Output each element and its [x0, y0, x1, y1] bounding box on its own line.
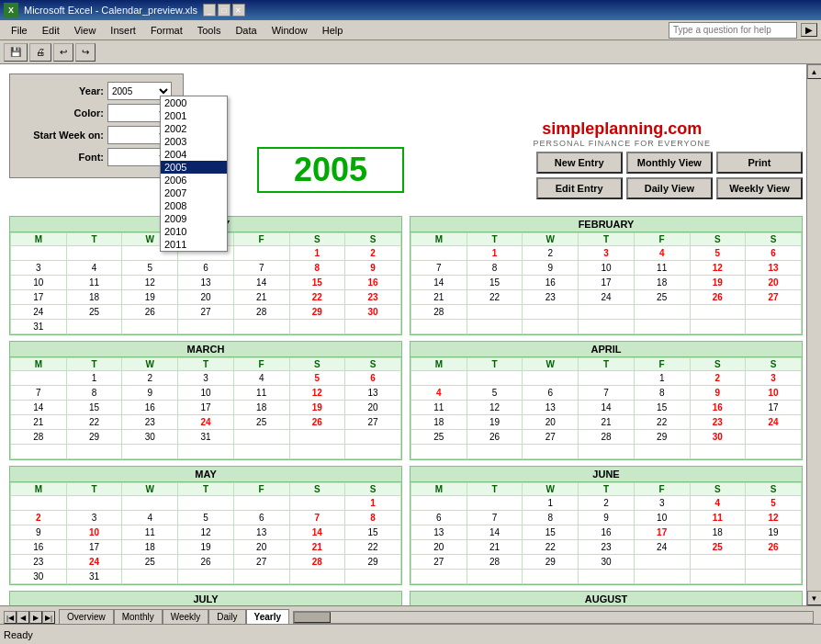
- minimize-button[interactable]: _: [203, 4, 216, 17]
- table-row: 2345678: [11, 511, 401, 525]
- horizontal-scrollbar[interactable]: [293, 611, 814, 624]
- tab-yearly[interactable]: Yearly: [246, 609, 289, 624]
- year-option-2009[interactable]: 2009: [161, 212, 227, 225]
- table-row: 27282930: [411, 555, 802, 570]
- settings-panel: Year: 2005 Color: Start Week on: Font:: [9, 73, 184, 178]
- year-option-2011[interactable]: 2011: [161, 238, 227, 251]
- year-option-2004[interactable]: 2004: [161, 148, 227, 161]
- weekly-view-button[interactable]: Weekly View: [716, 177, 803, 199]
- may-table: MTWTFSS 1 2345678 9101112131415 16171819…: [10, 482, 401, 584]
- menu-view[interactable]: View: [67, 23, 104, 38]
- font-row: Font:: [21, 148, 172, 166]
- table-row: 9101112131415: [11, 525, 401, 540]
- table-row: 3456789: [11, 261, 401, 276]
- toolbar-save[interactable]: 💾: [4, 43, 28, 62]
- maximize-button[interactable]: □: [218, 4, 231, 17]
- table-row: [411, 445, 802, 459]
- jan-h-s2: S: [345, 233, 401, 246]
- tab-prev-button[interactable]: ◀: [17, 611, 29, 624]
- tab-weekly[interactable]: Weekly: [163, 609, 209, 624]
- calendar-march: MARCH MTWTFSS 123456 78910111213 1415161…: [9, 341, 402, 460]
- table-row: 123456: [411, 246, 802, 261]
- close-button[interactable]: ✕: [232, 4, 245, 17]
- scroll-down-button[interactable]: ▼: [807, 591, 822, 605]
- new-entry-button[interactable]: New Entry: [536, 152, 623, 174]
- tab-first-button[interactable]: |◀: [4, 611, 17, 624]
- table-row: 252627282930: [411, 430, 802, 445]
- startweek-label: Start Week on:: [21, 130, 104, 141]
- edit-entry-button[interactable]: Edit Entry: [536, 177, 623, 199]
- calendars-container: JANUARY M T W T F S S 12: [9, 216, 803, 605]
- table-row: 28: [411, 305, 802, 320]
- toolbar-redo[interactable]: ↪: [75, 43, 96, 62]
- calendar-row-4: JULY MTWTFSS AUGUST MTWTFSS: [9, 591, 803, 605]
- table-row: 123456: [11, 371, 401, 386]
- main-area: Year: 2005 Color: Start Week on: Font:: [0, 64, 821, 605]
- calendar-april: APRIL MTWTFSS 123 45678910 1112131415161…: [410, 341, 803, 460]
- menu-data[interactable]: Data: [228, 23, 264, 38]
- year-option-2003[interactable]: 2003: [161, 135, 227, 148]
- february-header: FEBRUARY: [410, 217, 802, 232]
- year-option-2005[interactable]: 2005: [161, 161, 227, 174]
- font-label: Font:: [21, 152, 104, 163]
- menu-format[interactable]: Format: [143, 23, 190, 38]
- vertical-scrollbar[interactable]: ▲ ▼: [806, 64, 821, 605]
- may-header: MAY: [10, 467, 401, 482]
- window-title: Microsoft Excel - Calendar_preview.xls: [24, 5, 197, 16]
- table-row: 1: [11, 496, 401, 511]
- table-row: 21222324252627: [11, 415, 401, 430]
- tab-next-button[interactable]: ▶: [29, 611, 42, 624]
- jan-h-s1: S: [289, 233, 345, 246]
- calendar-february: FEBRUARY MTWTFSS 123456 78910111213 1415…: [410, 216, 803, 335]
- year-label: Year:: [21, 85, 104, 96]
- scroll-thumb[interactable]: [294, 612, 331, 623]
- year-dropdown[interactable]: 2000 2001 2002 2003 2004 2005 2006 2007 …: [160, 96, 228, 252]
- tab-last-button[interactable]: ▶|: [42, 611, 55, 624]
- help-question-input[interactable]: [669, 22, 797, 39]
- august-header: AUGUST: [410, 592, 802, 605]
- menu-edit[interactable]: Edit: [35, 23, 67, 38]
- menu-insert[interactable]: Insert: [103, 23, 143, 38]
- window-controls[interactable]: _ □ ✕: [203, 4, 245, 17]
- toolbar-undo[interactable]: ↩: [53, 43, 73, 62]
- tab-overview[interactable]: Overview: [59, 609, 114, 624]
- table-row: 12345: [411, 496, 802, 511]
- menu-file[interactable]: File: [4, 23, 35, 38]
- year-option-2001[interactable]: 2001: [161, 109, 227, 122]
- title-bar: X Microsoft Excel - Calendar_preview.xls…: [0, 0, 821, 20]
- help-question-button[interactable]: ▶: [801, 23, 817, 37]
- monthly-view-button[interactable]: Monthly View: [626, 152, 713, 174]
- sheet-tabs: |◀ ◀ ▶ ▶| Overview Monthly Weekly Daily …: [0, 605, 821, 624]
- year-option-2010[interactable]: 2010: [161, 225, 227, 238]
- toolbar-print[interactable]: 🖨: [29, 43, 51, 62]
- spreadsheet: Year: 2005 Color: Start Week on: Font:: [0, 64, 821, 605]
- table-row: 31: [11, 320, 401, 334]
- year-option-2002[interactable]: 2002: [161, 122, 227, 135]
- table-row: [11, 445, 401, 459]
- june-header: JUNE: [410, 467, 802, 482]
- menu-window[interactable]: Window: [264, 23, 315, 38]
- table-row: 23242526272829: [11, 555, 401, 570]
- calendar-july: JULY MTWTFSS: [9, 591, 402, 605]
- year-option-2008[interactable]: 2008: [161, 199, 227, 212]
- february-table: MTWTFSS 123456 78910111213 1415161718192…: [410, 232, 802, 334]
- year-option-2007[interactable]: 2007: [161, 186, 227, 199]
- status-bar: Ready: [0, 624, 821, 644]
- table-row: [411, 570, 802, 584]
- menu-help[interactable]: Help: [315, 23, 351, 38]
- scroll-up-button[interactable]: ▲: [807, 64, 822, 79]
- year-option-2000[interactable]: 2000: [161, 96, 227, 109]
- daily-view-button[interactable]: Daily View: [626, 177, 713, 199]
- tab-monthly[interactable]: Monthly: [114, 609, 163, 624]
- year-option-2006[interactable]: 2006: [161, 174, 227, 186]
- logo-text: simpleplanning.com: [533, 119, 711, 139]
- menu-tools[interactable]: Tools: [190, 23, 229, 38]
- print-button[interactable]: Print: [716, 152, 803, 174]
- calendar-august: AUGUST MTWTFSS: [410, 591, 803, 605]
- calendar-row-3: MAY MTWTFSS 1 2345678 9101112131415 1617…: [9, 466, 803, 585]
- calendar-may: MAY MTWTFSS 1 2345678 9101112131415 1617…: [9, 466, 402, 585]
- color-row: Color:: [21, 104, 172, 122]
- table-row: 45678910: [411, 386, 802, 401]
- tab-daily[interactable]: Daily: [208, 609, 245, 624]
- table-row: 14151617181920: [411, 276, 802, 290]
